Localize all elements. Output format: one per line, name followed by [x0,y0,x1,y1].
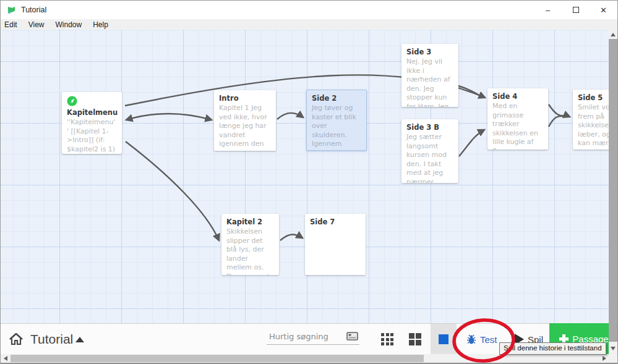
passage-card[interactable]: Side 2 Jeg tøver og kaster et blik over … [306,90,367,151]
vertical-scrollbar[interactable] [609,30,617,354]
minimize-button[interactable]: – [534,1,562,19]
story-title: Tutorial [30,332,73,347]
passage-card[interactable]: Side 4 Med en grimasse trækker skikkelse… [487,88,548,150]
passage-card[interactable]: Kapitel 2 Skikkelsen slipper det blå lys… [221,214,279,275]
passage-excerpt: Med en grimasse trækker skikkelsen en li… [492,102,543,150]
blue-square-icon [439,334,448,344]
arrow-right-icon [603,356,606,361]
menu-help[interactable]: Help [87,19,114,30]
caret-up-icon [75,337,84,342]
arrow-up-icon [611,33,616,36]
passage-title: Side 3 B [406,123,453,132]
passage-links [1,30,610,323]
menu-view[interactable]: View [23,19,50,30]
passage-excerpt: Kapitel 1 Jeg ved ikke, hvor længe jeg h… [219,104,271,149]
menu-edit[interactable]: Edit [1,19,23,30]
horizontal-scrollbar[interactable] [1,354,610,363]
passage-card[interactable]: Intro Kapitel 1 Jeg ved ikke, hvor længe… [214,90,276,151]
close-button[interactable]: ✕ [590,1,617,19]
app-window: Tutorial – ✕ Edit View Window Help [0,0,618,364]
horizontal-scroll-thumb[interactable] [11,355,424,362]
zoom-full-button-selected[interactable] [431,324,457,355]
passage-card[interactable]: Side 5 Smilet vokser frem på skikkelsens… [573,90,610,150]
passage-title: Intro [219,94,271,103]
passage-excerpt: Smilet vokser frem på skikkelsens læber,… [578,103,610,148]
test-label: Test [480,334,497,345]
zoom-medium-button[interactable] [403,324,427,355]
scroll-right-arrow[interactable] [599,354,609,363]
scrollbar-corner [609,354,617,363]
passage-card[interactable]: Kapitelmenu ''Kapitelmenu'' [[Kapitel 1-… [62,92,122,154]
passage-title: Kapitelmenu [67,108,117,117]
scroll-left-arrow[interactable] [1,354,10,363]
window-title: Tutorial [21,6,46,14]
grid-2x2-icon [409,333,421,345]
arrow-down-icon [611,347,616,350]
passage-excerpt: Skikkelsen slipper det blå lys, der land… [226,227,274,275]
story-canvas[interactable]: Kapitelmenu ''Kapitelmenu'' [[Kapitel 1-… [1,30,610,323]
scroll-up-arrow[interactable] [609,30,617,39]
passage-excerpt: ''Kapitelmenu'' [[Kapitel 1->Intro]] (if… [67,118,117,154]
passage-excerpt: Nej. Jeg vil ikke i nærheden af den. Jeg… [406,57,453,107]
passage-title: Kapitel 2 [226,218,274,226]
tooltip: Spil denne historie i testtilstand [499,342,606,355]
maximize-icon [573,7,579,13]
menu-bar: Edit View Window Help [1,19,617,30]
passage-title: Side 7 [310,218,361,226]
bug-icon [466,334,476,345]
passage-title: Side 5 [578,93,610,102]
start-passage-icon [67,96,77,106]
passage-excerpt: Jeg tøver og kaster et blik over skulder… [312,104,361,151]
arrow-left-icon [4,356,7,361]
search-input[interactable] [267,329,359,345]
vertical-scroll-thumb[interactable] [609,39,617,342]
story-menu-button[interactable]: Tutorial [30,332,84,347]
quick-search [267,329,359,350]
passage-title: Side 3 [406,48,453,56]
test-button[interactable]: Test [466,324,497,355]
title-bar: Tutorial – ✕ [1,1,617,19]
passage-card[interactable]: Side 3 Nej. Jeg vil ikke i nærheden af d… [401,44,458,107]
passage-title: Side 4 [492,92,543,101]
grid-3x3-icon [381,333,393,345]
keyboard-icon [346,332,358,341]
passage-card[interactable]: Side 7 [305,214,366,275]
passage-title: Side 2 [312,94,361,103]
menu-window[interactable]: Window [49,19,87,30]
twine-logo-icon [7,6,16,15]
home-icon[interactable] [9,333,23,345]
zoom-small-button[interactable] [375,324,400,355]
scroll-down-arrow[interactable] [609,344,617,353]
passage-card[interactable]: Side 3 B Jeg sætter langsomt kursen mod … [401,119,458,183]
maximize-button[interactable] [562,1,590,19]
passage-excerpt: Jeg sætter langsomt kursen mod den. I ta… [406,133,453,183]
